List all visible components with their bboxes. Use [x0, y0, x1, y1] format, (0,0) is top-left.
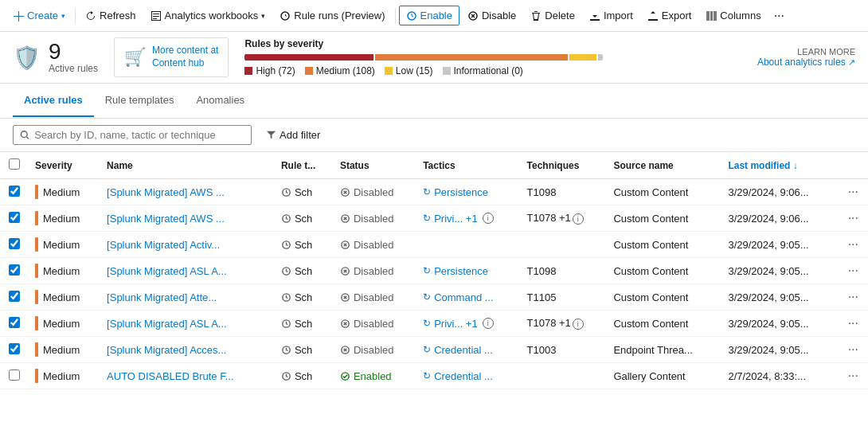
row-menu-button[interactable]: ··· — [845, 264, 862, 277]
header-techniques[interactable]: Techniques — [521, 152, 608, 179]
row-techniques: T1078 +1i — [521, 205, 608, 232]
row-menu-cell[interactable]: ··· — [839, 258, 868, 284]
row-name[interactable]: [Splunk Migrated] ASL A... — [100, 311, 275, 337]
header-select-all[interactable] — [0, 152, 29, 179]
add-filter-label: Add filter — [280, 129, 320, 141]
tab-anomalies[interactable]: Anomalies — [185, 84, 256, 117]
row-status: Disabled — [334, 284, 416, 311]
delete-button[interactable]: Delete — [524, 6, 581, 25]
row-menu-cell[interactable]: ··· — [839, 363, 868, 389]
row-rule-type: Sch — [275, 179, 334, 205]
status-label: Disabled — [354, 344, 394, 356]
row-last-modified: 3/29/2024, 9:05... — [721, 232, 838, 258]
status-badge: Disabled — [340, 318, 410, 330]
severity-label: Medium — [43, 344, 80, 356]
row-techniques: T1003 — [521, 337, 608, 363]
row-menu-cell[interactable]: ··· — [839, 179, 868, 205]
techniques-info-icon[interactable]: i — [573, 213, 584, 225]
row-checkbox-cell[interactable] — [0, 284, 29, 311]
search-box[interactable] — [13, 125, 252, 145]
row-rule-type: Sch — [275, 258, 334, 284]
about-analytics-link[interactable]: About analytics rules — [757, 57, 846, 68]
select-all-checkbox[interactable] — [9, 158, 20, 170]
header-rule-type[interactable]: Rule t... — [275, 152, 334, 179]
row-menu-cell[interactable]: ··· — [839, 205, 868, 232]
row-checkbox[interactable] — [9, 186, 20, 197]
row-menu-cell[interactable]: ··· — [839, 284, 868, 311]
create-button[interactable]: Create ▾ — [6, 6, 72, 25]
header-status[interactable]: Status — [334, 152, 416, 179]
rule-runs-button[interactable]: Rule runs (Preview) — [273, 6, 391, 25]
refresh-button[interactable]: Refresh — [79, 6, 143, 25]
tab-anomalies-label: Anomalies — [196, 94, 244, 106]
row-menu-cell[interactable]: ··· — [839, 337, 868, 363]
row-menu-button[interactable]: ··· — [845, 369, 862, 382]
techniques-info-icon[interactable]: i — [573, 319, 584, 330]
row-menu-button[interactable]: ··· — [845, 211, 862, 225]
header-tactics[interactable]: Tactics — [416, 152, 520, 179]
row-checkbox[interactable] — [9, 264, 20, 276]
row-checkbox-cell[interactable] — [0, 311, 29, 337]
row-name[interactable]: [Splunk Migrated] AWS ... — [100, 205, 275, 232]
row-menu-button[interactable]: ··· — [845, 316, 862, 330]
content-hub-section[interactable]: 🛒 More content at Content hub — [114, 37, 229, 76]
tactics-label: Privi... +1 — [434, 318, 478, 330]
row-checkbox[interactable] — [9, 238, 20, 249]
row-checkbox[interactable] — [9, 369, 20, 381]
tactics-badge: ↻Privi... +1i — [423, 213, 514, 225]
row-checkbox-cell[interactable] — [0, 179, 29, 205]
search-input[interactable] — [34, 129, 244, 141]
row-menu-button[interactable]: ··· — [845, 290, 862, 303]
create-icon — [13, 10, 24, 22]
tab-active-rules[interactable]: Active rules — [13, 84, 94, 117]
disable-button[interactable]: Disable — [461, 6, 522, 25]
row-checkbox-cell[interactable] — [0, 363, 29, 389]
row-severity: Medium — [29, 337, 100, 363]
row-checkbox-cell[interactable] — [0, 258, 29, 284]
tactics-badge: ↻Persistence — [423, 265, 514, 277]
row-menu-button[interactable]: ··· — [845, 185, 862, 198]
techniques-label: T1098 — [527, 265, 557, 277]
tab-rule-templates[interactable]: Rule templates — [94, 84, 186, 117]
severity-label: Medium — [43, 239, 80, 251]
row-tactics: ↻Command ... — [416, 284, 520, 311]
row-menu-button[interactable]: ··· — [845, 342, 862, 356]
enable-button[interactable]: Enable — [399, 6, 459, 25]
row-menu-cell[interactable]: ··· — [839, 311, 868, 337]
rule-type-icon — [281, 345, 291, 355]
columns-button[interactable]: Columns — [699, 6, 767, 25]
row-name[interactable]: [Splunk Migrated] Activ... — [100, 232, 275, 258]
filter-bar: Add filter — [0, 119, 868, 152]
import-button[interactable]: Import — [583, 6, 639, 25]
row-name[interactable]: AUTO DISABLED Brute F... — [100, 363, 275, 389]
row-menu-button[interactable]: ··· — [845, 237, 862, 251]
row-checkbox-cell[interactable] — [0, 205, 29, 232]
row-menu-cell[interactable]: ··· — [839, 232, 868, 258]
row-checkbox-cell[interactable] — [0, 232, 29, 258]
row-checkbox-cell[interactable] — [0, 337, 29, 363]
row-name[interactable]: [Splunk Migrated] Acces... — [100, 337, 275, 363]
row-checkbox[interactable] — [9, 343, 20, 354]
header-name[interactable]: Name — [100, 152, 275, 179]
row-techniques — [521, 232, 608, 258]
header-severity[interactable]: Severity — [29, 152, 100, 179]
tactics-badge: ↻Persistence — [423, 186, 514, 198]
refresh-label: Refresh — [100, 10, 136, 22]
export-button[interactable]: Export — [641, 6, 698, 25]
row-checkbox[interactable] — [9, 317, 20, 328]
more-button[interactable]: ··· — [769, 7, 789, 25]
header-source-name[interactable]: Source name — [607, 152, 721, 179]
row-name[interactable]: [Splunk Migrated] AWS ... — [100, 179, 275, 205]
row-checkbox[interactable] — [9, 212, 20, 223]
analytics-workbooks-button[interactable]: Analytics workbooks ▾ — [144, 6, 272, 25]
status-label: Disabled — [354, 318, 394, 330]
tactics-info-icon[interactable]: i — [483, 318, 494, 329]
row-name[interactable]: [Splunk Migrated] ASL A... — [100, 258, 275, 284]
add-filter-button[interactable]: Add filter — [258, 126, 328, 144]
row-name[interactable]: [Splunk Migrated] Atte... — [100, 284, 275, 311]
status-badge: Disabled — [340, 265, 410, 277]
tactics-info-icon[interactable]: i — [483, 213, 494, 224]
header-last-modified[interactable]: Last modified ↓ — [721, 152, 838, 179]
row-checkbox[interactable] — [9, 291, 20, 302]
severity-bar — [244, 54, 603, 61]
